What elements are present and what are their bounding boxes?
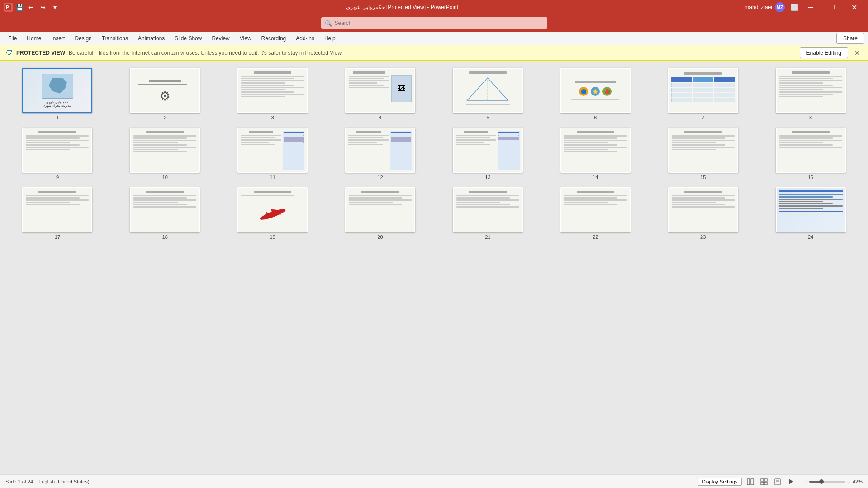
status-bar: Slide 1 of 24 English (United States) Di…: [0, 474, 868, 488]
ribbon-display-button[interactable]: ⬜: [789, 2, 799, 12]
menu-review[interactable]: Review: [207, 33, 234, 43]
slide-item-17[interactable]: 17: [7, 187, 108, 240]
reading-view-button[interactable]: [773, 477, 783, 487]
slide-number: 13: [485, 175, 490, 180]
menu-recording[interactable]: Recording: [257, 33, 291, 43]
slideshow-button[interactable]: [786, 477, 796, 487]
menu-addins[interactable]: Add-ins: [291, 33, 319, 43]
svg-rect-14: [764, 482, 767, 485]
app-icon: P: [4, 3, 13, 12]
slide-number: 10: [162, 175, 168, 180]
share-button[interactable]: Share: [836, 33, 864, 44]
slide-item-1[interactable]: حکمروایی شهریمدیریت بحران شهری 1: [7, 68, 108, 120]
undo-button[interactable]: ↩: [26, 2, 36, 12]
slide-number: 9: [56, 175, 59, 180]
menu-animations[interactable]: Animations: [133, 33, 169, 43]
slide-number: 22: [593, 234, 598, 240]
window-title: حکمروایی شهری [Protected View] - PowerPo…: [60, 4, 745, 10]
enable-editing-button[interactable]: Enable Editing: [800, 47, 848, 58]
slide-number: 6: [594, 115, 597, 120]
slide-number: 7: [702, 115, 704, 120]
svg-rect-10: [751, 479, 754, 485]
slide-item-13[interactable]: 13: [438, 128, 538, 180]
svg-rect-13: [761, 482, 764, 485]
slide-number: 17: [55, 234, 60, 240]
slide-item-22[interactable]: 22: [545, 187, 645, 240]
shield-icon: 🛡: [5, 49, 13, 57]
menu-home[interactable]: Home: [22, 33, 46, 43]
svg-rect-12: [764, 479, 767, 481]
svg-text:P: P: [6, 5, 9, 10]
slide-number: 18: [162, 234, 168, 240]
redo-button[interactable]: ↪: [38, 2, 48, 12]
user-name: mahdi ziaei: [745, 4, 772, 10]
close-banner-button[interactable]: ✕: [852, 48, 863, 57]
slide-count: Slide 1 of 24: [5, 479, 33, 484]
slide-item-3[interactable]: 3: [223, 68, 323, 120]
search-bar: 🔍: [0, 14, 868, 32]
slide-item-20[interactable]: 20: [330, 187, 431, 240]
minimize-button[interactable]: ─: [800, 0, 821, 14]
slide-item-10[interactable]: 10: [115, 128, 215, 180]
slide-item-9[interactable]: 9: [7, 128, 108, 180]
slide-item-4[interactable]: 🖼 4: [330, 68, 431, 120]
menu-design[interactable]: Design: [70, 33, 96, 43]
slide-item-7[interactable]: 7: [653, 68, 753, 120]
slide1-map: [42, 74, 73, 99]
display-settings-button[interactable]: Display Settings: [698, 478, 742, 486]
menu-help[interactable]: Help: [320, 33, 340, 43]
slide-item-14[interactable]: 14: [545, 128, 645, 180]
close-button[interactable]: ✕: [844, 0, 864, 14]
slide-number: 24: [808, 234, 813, 240]
zoom-out-button[interactable]: −: [804, 478, 807, 485]
slide-item-2[interactable]: ⚙ 2: [115, 68, 215, 120]
zoom-in-button[interactable]: +: [847, 478, 851, 485]
slide-item-19[interactable]: 19: [223, 187, 323, 240]
search-input[interactable]: [335, 20, 544, 26]
zoom-controls: − + 42%: [804, 478, 863, 485]
search-container[interactable]: 🔍: [321, 17, 547, 29]
search-icon: 🔍: [325, 20, 332, 27]
customize-button[interactable]: ▾: [50, 2, 60, 12]
slide-number: 8: [809, 115, 812, 120]
zoom-slider[interactable]: [809, 481, 845, 483]
slide-item-18[interactable]: 18: [115, 187, 215, 240]
slide-item-8[interactable]: 8: [760, 68, 861, 120]
slide-item-11[interactable]: 11: [223, 128, 323, 180]
gear-icon: ⚙: [159, 89, 171, 104]
menu-slideshow[interactable]: Slide Show: [170, 33, 206, 43]
title-bar-right: mahdi ziaei MZ ⬜ ─ □ ✕: [745, 0, 864, 14]
menu-insert[interactable]: Insert: [47, 33, 69, 43]
slide-number: 11: [270, 175, 275, 180]
slide-number: 23: [700, 234, 706, 240]
menu-file[interactable]: File: [4, 33, 21, 43]
slide-area: حکمروایی شهریمدیریت بحران شهری 1 ⚙ 2: [0, 61, 868, 474]
slide-number: 16: [808, 175, 813, 180]
title-bar-left: P 💾 ↩ ↪ ▾: [4, 2, 60, 12]
slide-item-24[interactable]: 24: [760, 187, 861, 240]
protected-view-message: Be careful—files from the Internet can c…: [69, 50, 796, 56]
protected-view-label: PROTECTED VIEW: [16, 50, 65, 56]
slide-item-12[interactable]: 12: [330, 128, 431, 180]
slide-item-23[interactable]: 23: [653, 187, 753, 240]
svg-marker-19: [789, 479, 793, 484]
menu-view[interactable]: View: [235, 33, 256, 43]
slide-sorter-button[interactable]: [759, 477, 769, 487]
svg-rect-9: [747, 479, 750, 485]
title-bar: P 💾 ↩ ↪ ▾ حکمروایی شهری [Protected View]…: [0, 0, 868, 14]
slide-number: 14: [593, 175, 598, 180]
slide-number: 21: [485, 234, 490, 240]
slide-item-6[interactable]: 🔵 ⭐ 🔴 6: [545, 68, 645, 120]
zoom-level: 42%: [853, 479, 863, 484]
maximize-button[interactable]: □: [822, 0, 843, 14]
menu-transitions[interactable]: Transitions: [97, 33, 133, 43]
slide-item-15[interactable]: 15: [653, 128, 753, 180]
slide-item-5[interactable]: 5: [438, 68, 538, 120]
menu-bar: File Home Insert Design Transitions Anim…: [0, 32, 868, 45]
slide-item-21[interactable]: 21: [438, 187, 538, 240]
normal-view-button[interactable]: [745, 477, 755, 487]
slide-item-16[interactable]: 16: [760, 128, 861, 180]
avatar: MZ: [775, 2, 785, 12]
save-button[interactable]: 💾: [14, 2, 24, 12]
slide-number: 15: [700, 175, 706, 180]
